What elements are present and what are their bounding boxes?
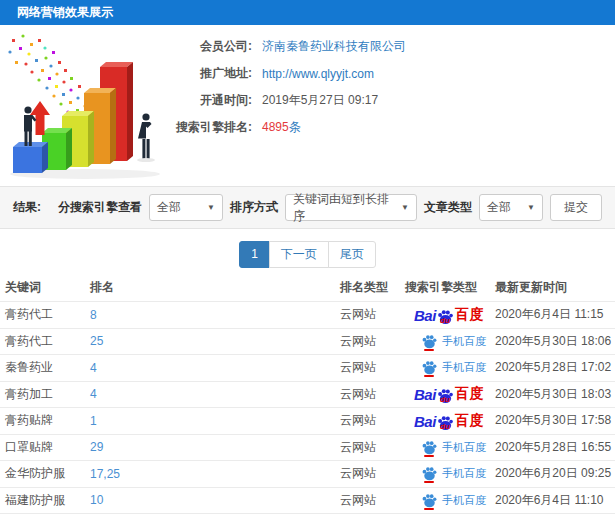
header-engine-type: 搜索引擎类型 bbox=[400, 279, 490, 296]
baidu-pc-logo: Bai du 百度 bbox=[414, 306, 485, 324]
updated-cell: 2020年5月28日 16:55 bbox=[490, 439, 615, 456]
engine-filter-select[interactable]: 全部 ▼ bbox=[149, 194, 223, 221]
sort-filter-select[interactable]: 关键词由短到长排序 ▼ bbox=[285, 194, 417, 221]
keyword-cell: 膏药贴牌 bbox=[0, 412, 85, 429]
filter-bar: 结果: 分搜索引擎查看 全部 ▼ 排序方式 关键词由短到长排序 ▼ 文章类型 全… bbox=[0, 186, 615, 229]
info-row-company: 会员公司: 济南秦鲁药业科技有限公司 bbox=[168, 33, 406, 60]
rank-count-number: 4895 bbox=[262, 120, 289, 134]
baidu-mobile-paw-icon bbox=[422, 493, 437, 508]
pagination-page-1[interactable]: 1 bbox=[239, 241, 270, 268]
table-row: 金华防护服 17,25 云网站 手机百度 2020年6月20日 09:25 bbox=[0, 461, 615, 488]
table-row: 秦鲁药业 4 云网站 手机百度 2020年5月28日 17:02 bbox=[0, 355, 615, 382]
member-info-panel: 会员公司: 济南秦鲁药业科技有限公司 推广地址: http://www.qlyy… bbox=[0, 25, 615, 186]
table-row: 膏药加工 4 云网站 Bai du 百度 2020年5月30日 18:03 bbox=[0, 382, 615, 409]
engine-cell: 手机百度 bbox=[400, 334, 490, 349]
submit-button[interactable]: 提交 bbox=[550, 194, 602, 221]
header-rank-type: 排名类型 bbox=[335, 279, 400, 296]
info-row-opened: 开通时间: 2019年5月27日 09:17 bbox=[168, 87, 406, 114]
rank-type-cell: 云网站 bbox=[335, 359, 400, 376]
baidu-mobile-badge: 手机百度 bbox=[422, 466, 486, 481]
rank-cell[interactable]: 4 bbox=[85, 361, 335, 375]
bar-blue bbox=[13, 142, 48, 173]
table-header-row: 关键词 排名 排名类型 搜索引擎类型 最新更新时间 bbox=[0, 274, 615, 302]
rank-type-cell: 云网站 bbox=[335, 412, 400, 429]
article-type-label: 文章类型 bbox=[424, 199, 472, 216]
info-row-url: 推广地址: http://www.qlyyjt.com bbox=[168, 60, 406, 87]
sort-filter-value: 关键词由短到长排序 bbox=[293, 191, 393, 225]
rank-cell[interactable]: 4 bbox=[85, 387, 335, 401]
keyword-cell: 膏药加工 bbox=[0, 386, 85, 403]
baidu-pc-logo: Bai du 百度 bbox=[414, 385, 485, 403]
rank-type-cell: 云网站 bbox=[335, 306, 400, 323]
updated-cell: 2020年6月4日 11:10 bbox=[490, 492, 615, 509]
rank-count-value: 4895条 bbox=[262, 119, 301, 136]
rank-cell[interactable]: 25 bbox=[85, 334, 335, 348]
result-label: 结果: bbox=[13, 199, 41, 216]
pagination-next[interactable]: 下一页 bbox=[269, 241, 329, 268]
engine-filter-label: 分搜索引擎查看 bbox=[58, 199, 142, 216]
table-row: 福建防护服 10 云网站 手机百度 2020年6月4日 11:10 bbox=[0, 488, 615, 515]
marketing-report-page: 网络营销效果展示 bbox=[0, 0, 615, 520]
promo-url-link[interactable]: http://www.qlyyjt.com bbox=[262, 67, 374, 81]
rank-cell[interactable]: 17,25 bbox=[85, 467, 335, 481]
rank-type-cell: 云网站 bbox=[335, 333, 400, 350]
keyword-cell: 膏药代工 bbox=[0, 333, 85, 350]
updated-cell: 2020年5月30日 17:58 bbox=[490, 412, 615, 429]
filter-controls: 分搜索引擎查看 全部 ▼ 排序方式 关键词由短到长排序 ▼ 文章类型 全部 ▼ … bbox=[58, 194, 602, 221]
keyword-cell: 秦鲁药业 bbox=[0, 359, 85, 376]
article-type-select[interactable]: 全部 ▼ bbox=[479, 194, 543, 221]
engine-cell: 手机百度 bbox=[400, 466, 490, 481]
rank-count-label: 搜索引擎排名: bbox=[168, 119, 252, 136]
rank-cell[interactable]: 1 bbox=[85, 414, 335, 428]
baidu-mobile-paw-icon bbox=[422, 334, 437, 349]
chevron-down-icon: ▼ bbox=[527, 203, 535, 212]
rank-cell[interactable]: 8 bbox=[85, 308, 335, 322]
page-title: 网络营销效果展示 bbox=[0, 0, 615, 25]
table-row: 口罩贴牌 29 云网站 手机百度 2020年5月28日 16:55 bbox=[0, 435, 615, 462]
baidu-mobile-paw-icon bbox=[422, 360, 437, 375]
keyword-cell: 膏药代工 bbox=[0, 306, 85, 323]
table-row: 膏药贴牌 1 云网站 Bai du 百度 2020年5月30日 17:58 bbox=[0, 408, 615, 435]
member-info-fields: 会员公司: 济南秦鲁药业科技有限公司 推广地址: http://www.qlyy… bbox=[168, 33, 406, 141]
promo-url-label: 推广地址: bbox=[168, 65, 252, 82]
updated-cell: 2020年6月4日 11:15 bbox=[490, 306, 615, 323]
pagination-last[interactable]: 尾页 bbox=[328, 241, 376, 268]
confetti-dots bbox=[8, 34, 92, 116]
company-label: 会员公司: bbox=[168, 38, 252, 55]
updated-cell: 2020年5月30日 18:06 bbox=[490, 333, 615, 350]
engine-filter-value: 全部 bbox=[157, 199, 181, 216]
header-keyword: 关键词 bbox=[0, 279, 85, 296]
baidu-mobile-badge: 手机百度 bbox=[422, 493, 486, 508]
keyword-cell: 口罩贴牌 bbox=[0, 439, 85, 456]
updated-cell: 2020年6月20日 09:25 bbox=[490, 465, 615, 482]
updated-cell: 2020年5月30日 18:03 bbox=[490, 386, 615, 403]
rank-type-cell: 云网站 bbox=[335, 465, 400, 482]
engine-cell: 手机百度 bbox=[400, 360, 490, 375]
rank-type-cell: 云网站 bbox=[335, 386, 400, 403]
company-link[interactable]: 济南秦鲁药业科技有限公司 bbox=[262, 38, 406, 55]
rank-type-cell: 云网站 bbox=[335, 439, 400, 456]
engine-cell: Bai du 百度 bbox=[400, 385, 490, 403]
chevron-down-icon: ▼ bbox=[207, 203, 215, 212]
table-row: 手机百度 bbox=[0, 514, 615, 520]
table-row: 膏药代工 8 云网站 Bai du 百度 2020年6月4日 11:15 bbox=[0, 302, 615, 329]
baidu-mobile-badge: 手机百度 bbox=[422, 440, 486, 455]
baidu-mobile-badge: 手机百度 bbox=[422, 334, 486, 349]
article-type-value: 全部 bbox=[487, 199, 511, 216]
rank-cell[interactable]: 10 bbox=[85, 493, 335, 507]
businessman-right bbox=[137, 113, 155, 162]
keyword-rank-table: 关键词 排名 排名类型 搜索引擎类型 最新更新时间 膏药代工 8 云网站 Bai… bbox=[0, 274, 615, 520]
baidu-mobile-badge: 手机百度 bbox=[422, 360, 486, 375]
keyword-cell: 金华防护服 bbox=[0, 465, 85, 482]
chevron-down-icon: ▼ bbox=[401, 203, 409, 212]
rank-cell[interactable]: 29 bbox=[85, 440, 335, 454]
bar-chart-illustration bbox=[0, 29, 175, 183]
header-updated: 最新更新时间 bbox=[490, 279, 615, 296]
baidu-mobile-paw-icon bbox=[422, 440, 437, 455]
engine-cell: Bai du 百度 bbox=[400, 306, 490, 324]
baidu-pc-logo: Bai du 百度 bbox=[414, 412, 485, 430]
open-time-label: 开通时间: bbox=[168, 92, 252, 109]
engine-cell: 手机百度 bbox=[400, 440, 490, 455]
keyword-cell: 福建防护服 bbox=[0, 492, 85, 509]
engine-cell: Bai du 百度 bbox=[400, 412, 490, 430]
